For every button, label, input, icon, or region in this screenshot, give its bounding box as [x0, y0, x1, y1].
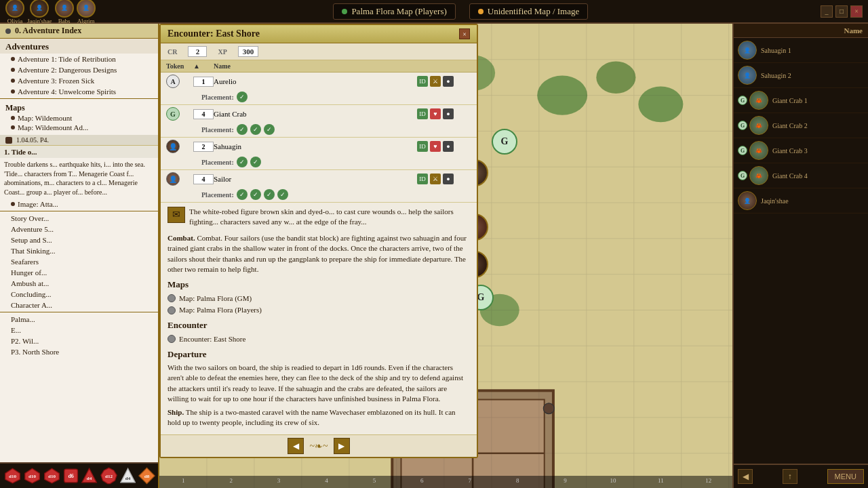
- encounter-item-row[interactable]: Encounter: East Shore: [167, 334, 470, 344]
- encounter-content-area[interactable]: ✉ The white-robed figure brown skin and …: [161, 203, 477, 434]
- crab-2-group: G 🦀: [738, 116, 768, 135]
- coord-6: 6: [398, 477, 446, 487]
- die-d10-red-1[interactable]: d10: [4, 466, 21, 485]
- message-icon[interactable]: ✉: [167, 207, 185, 223]
- adventure-4-item[interactable]: Adventure 4: Unwelcome Spirits: [0, 86, 158, 97]
- adventure-3-item[interactable]: Adventure 3: Frozen Sick: [0, 75, 158, 86]
- aurelio-token-group: A: [166, 75, 193, 88]
- avatar-jaqin[interactable]: 👤: [30, 0, 49, 18]
- svg-text:d4: d4: [125, 476, 131, 481]
- placement-check-sailor-3[interactable]: ✓: [264, 189, 275, 200]
- p2-item[interactable]: P2. Wil...: [0, 336, 158, 346]
- image-item[interactable]: Image: Atta...: [0, 199, 158, 209]
- placement-check-crab-3[interactable]: ✓: [264, 124, 275, 135]
- crab-action-2[interactable]: ♥: [430, 108, 441, 119]
- adventure-1-item[interactable]: Adventure 1: Tide of Retribution: [0, 54, 158, 64]
- sahuagin-placement: Placement: ✓ ✓: [161, 155, 477, 169]
- map-1-item[interactable]: Map: Wildemount: [5, 113, 153, 123]
- avatar-algrim[interactable]: 👤: [77, 0, 96, 18]
- map-players-row[interactable]: Map: Palma Flora (Players): [167, 305, 470, 315]
- creature-crab-3[interactable]: G 🦀 Giant Crab 3: [734, 138, 868, 163]
- palma-item[interactable]: Palma...: [0, 314, 158, 325]
- coord-2: 2: [207, 477, 254, 487]
- placement-check-sahuagin-1[interactable]: ✓: [237, 157, 248, 167]
- adventure-2-item[interactable]: Adventure 2: Dangerous Designs: [0, 64, 158, 75]
- die-d4-white[interactable]: d4: [120, 467, 136, 485]
- sahuagin-id-icon[interactable]: ID: [417, 141, 428, 152]
- encounter-row-sailor-main[interactable]: 👤 4 Sailor ID ⚔ ●: [161, 170, 477, 188]
- combat-text: Combat. Combat. Four sailors (use the ba…: [167, 233, 470, 275]
- aurelio-action-2[interactable]: ⚔: [430, 76, 441, 87]
- adventure-detail-item[interactable]: Adventure 5...: [0, 224, 158, 235]
- sailor-action-2[interactable]: ⚔: [430, 174, 441, 184]
- aurelio-action-3[interactable]: ●: [443, 76, 454, 87]
- encounter-close-button[interactable]: ×: [459, 28, 470, 39]
- menu-button[interactable]: MENU: [827, 469, 864, 484]
- tide-section[interactable]: 1. Tide o...: [0, 146, 158, 158]
- map-2-item[interactable]: Map: Wildemount Ad...: [5, 123, 153, 132]
- adventure-index-header[interactable]: 0. Adventure Index: [0, 24, 158, 39]
- east-shore-item[interactable]: E...: [0, 325, 158, 336]
- encounter-row-aurelio-main[interactable]: A 1 Aurelio ID ⚔ ●: [161, 73, 477, 90]
- right-panel-arrow-left[interactable]: ◀: [738, 469, 753, 484]
- die-d10-red-3[interactable]: d10: [43, 466, 60, 485]
- crab-action-3[interactable]: ●: [443, 108, 454, 119]
- creature-list[interactable]: 👤 Sahuagin 1 👤 Sahuagin 2 G 🦀: [734, 38, 868, 464]
- p3-item[interactable]: P3. North Shore: [0, 346, 158, 357]
- encounter-panel-header: Encounter: East Shore ×: [161, 25, 477, 43]
- minimize-button[interactable]: _: [821, 5, 833, 18]
- creature-sahuagin-2[interactable]: 👤 Sahuagin 2: [734, 63, 868, 88]
- creature-crab-4[interactable]: G 🦀 Giant Crab 4: [734, 163, 868, 188]
- concluding-item[interactable]: Concluding...: [0, 289, 158, 300]
- seafarers-item[interactable]: Seafarers: [0, 256, 158, 267]
- placement-check-sailor-4[interactable]: ✓: [277, 189, 288, 200]
- sailor-action-3[interactable]: ●: [443, 174, 454, 184]
- placement-check-sahuagin-2[interactable]: ✓: [250, 157, 261, 167]
- crab-id-icon[interactable]: ID: [417, 108, 428, 119]
- map-title-unidentified[interactable]: Unidentified Map / Image: [469, 3, 588, 20]
- ambush-item[interactable]: Ambush at...: [0, 278, 158, 289]
- that-sinking-item[interactable]: That Sinking...: [0, 245, 158, 256]
- story-overview-item[interactable]: Story Over...: [0, 213, 158, 224]
- map-code-row[interactable]: 1.04.05. P4.: [0, 135, 158, 146]
- placement-check-crab-1[interactable]: ✓: [237, 124, 248, 135]
- close-button[interactable]: ×: [850, 5, 863, 18]
- die-d10-red-2[interactable]: d10: [24, 466, 41, 485]
- encounter-prev-button[interactable]: ◀: [288, 438, 304, 454]
- sahuagin-action-2[interactable]: ♥: [430, 141, 441, 152]
- map-inactive-dot: [478, 9, 484, 14]
- map-gm-row[interactable]: Map: Palma Flora (GM): [167, 293, 470, 304]
- placement-check-sailor-2[interactable]: ✓: [250, 189, 261, 200]
- character-a-item[interactable]: Character A...: [0, 300, 158, 310]
- die-d4-red[interactable]: d4: [81, 467, 97, 485]
- creature-crab-1[interactable]: G 🦀 Giant Crab 1: [734, 88, 868, 113]
- sahuagin-action-3[interactable]: ●: [443, 141, 454, 152]
- creature-jaqinshae[interactable]: 👤 Jaqin'shae: [734, 188, 868, 214]
- placement-check-aurelio[interactable]: ✓: [237, 92, 248, 102]
- map-1-bullet: [11, 116, 15, 120]
- avatar-babs[interactable]: 👤: [55, 0, 74, 18]
- map-area[interactable]: A G G G G 👤 👤 👤 👤 👤 👤: [159, 24, 732, 488]
- hunger-item[interactable]: Hunger of...: [0, 267, 158, 278]
- die-d12-red[interactable]: d12: [100, 466, 117, 485]
- creature-crab-2[interactable]: G 🦀 Giant Crab 2: [734, 113, 868, 138]
- maximize-button[interactable]: □: [835, 5, 848, 18]
- character-a-label: Character A...: [11, 301, 52, 309]
- placement-check-crab-2[interactable]: ✓: [250, 124, 261, 135]
- die-d8-orange[interactable]: d8: [138, 466, 155, 485]
- setup-item[interactable]: Setup and S...: [0, 235, 158, 245]
- right-panel-arrow-up[interactable]: ↑: [783, 469, 797, 484]
- aurelio-id-icon[interactable]: ID: [417, 76, 428, 87]
- encounter-row-crab-main[interactable]: G 4 Giant Crab ID ♥ ●: [161, 105, 477, 123]
- die-d6-red[interactable]: d6: [63, 467, 79, 485]
- sailor-id-icon[interactable]: ID: [417, 174, 428, 184]
- encounter-row-sahuagin: 👤 2 Sahuagin ID ♥ ● Placement: ✓ ✓: [161, 138, 477, 170]
- map-title-players[interactable]: Palma Flora Map (Players): [333, 3, 455, 20]
- left-panel-scroll[interactable]: 0. Adventure Index Adventures Adventure …: [0, 24, 158, 488]
- avatar-olivia[interactable]: 👤: [5, 0, 24, 18]
- encounter-row-sahuagin-main[interactable]: 👤 2 Sahuagin ID ♥ ●: [161, 138, 477, 155]
- encounter-next-button[interactable]: ▶: [334, 438, 350, 454]
- creature-sahuagin-1[interactable]: 👤 Sahuagin 1: [734, 38, 868, 63]
- token-giant-crab-2[interactable]: G: [492, 129, 517, 155]
- placement-check-sailor-1[interactable]: ✓: [237, 189, 248, 200]
